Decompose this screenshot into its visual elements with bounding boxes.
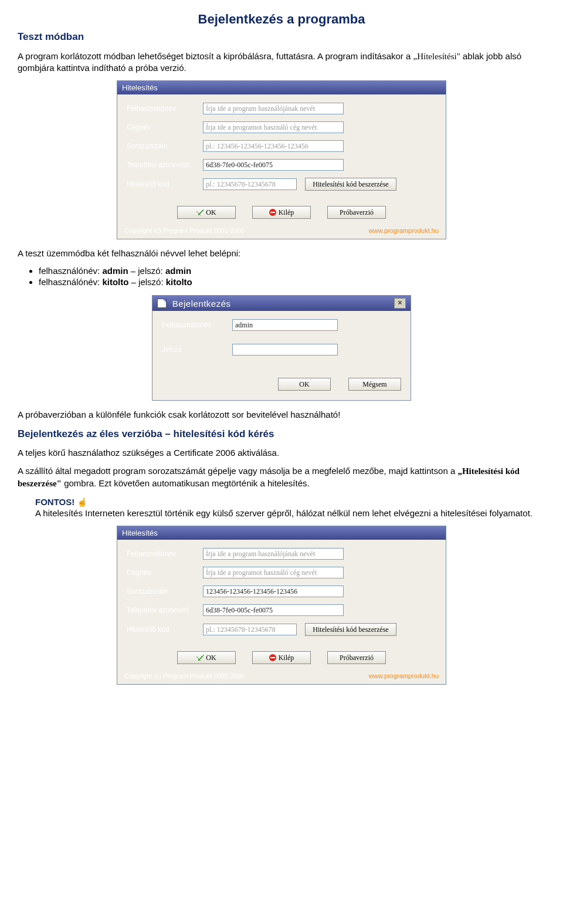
copyright-text: Copyright (c) Program Produkt 2001-2006 [124, 672, 245, 679]
label-company: Cégnév [127, 123, 203, 131]
label-serial: Sorozatszám [127, 142, 203, 150]
users-intro: A teszt üzemmódba két felhasználói névve… [18, 248, 545, 259]
serial-input[interactable]: 123456-123456-123456-123456 [203, 585, 344, 597]
trial-button[interactable]: Próbaverzió [327, 651, 386, 664]
company-input[interactable]: Írja ide a programot használó cég nevét [203, 567, 344, 578]
auth-dialog-1-titlebar: Hitelesítés [117, 81, 446, 94]
vendor-url[interactable]: www.programprodukt.hu [369, 227, 439, 234]
label-company: Cégnév [127, 568, 203, 577]
stop-icon [269, 654, 276, 661]
stop-icon [269, 209, 276, 216]
ok-button-label: OK [206, 208, 216, 217]
login-password-input[interactable] [232, 344, 338, 356]
exit-button-label: Kilép [279, 208, 294, 217]
serial-paragraph: A szállító által megadott program soroza… [18, 465, 545, 489]
exit-button-label: Kilép [279, 654, 294, 662]
label-auth-code: Hitelesítő kód [127, 625, 203, 634]
live-heading: Bejelentkezés az éles verzióba – hiteles… [18, 428, 545, 441]
auth-code-input[interactable]: pl.: 12345678-12345678 [203, 624, 297, 635]
copyright-text: Copyright (c) Program Produkt 2001-2006 [124, 227, 245, 234]
label-username: Felhasználónév [127, 104, 203, 113]
dialog-title: Hitelesítés [122, 83, 158, 92]
check-icon [196, 654, 204, 661]
auth-dialog-1: Hitelesítés Felhasználónév Írja ide a pr… [117, 80, 446, 239]
check-icon [196, 209, 204, 216]
cancel-button[interactable]: Mégsem [348, 378, 401, 391]
label-install-id: Telepítési azonosító [127, 606, 203, 614]
username-input[interactable]: Írja ide a program használójának nevét [203, 103, 344, 114]
label-username: Felhasználónév [162, 321, 232, 329]
document-icon [157, 299, 167, 308]
exit-button[interactable]: Kilép [252, 651, 311, 664]
get-code-button[interactable]: Hitelesítési kód beszerzése [305, 178, 396, 191]
auth-code-input[interactable]: pl.: 12345678-12345678 [203, 178, 297, 190]
label-username: Felhasználónév [127, 550, 203, 558]
trial-button[interactable]: Próbaverzió [327, 206, 386, 219]
login-dialog-titlebar: Bejelentkezés × [152, 296, 411, 311]
label-install-id: Telepítési azonosító [127, 161, 203, 169]
user-credential-1: felhasználónév: admin – jelszó: admin [39, 266, 545, 276]
ok-button[interactable]: OK [278, 378, 331, 391]
ok-button[interactable]: OK [177, 651, 236, 664]
install-id-input[interactable]: 6d38-7fe0-005c-fe0075 [203, 159, 344, 171]
close-icon[interactable]: × [394, 298, 406, 309]
auth-dialog-2-titlebar: Hitelesítés [117, 526, 446, 540]
hand-icon: ☝ [77, 497, 88, 507]
exit-button[interactable]: Kilép [252, 206, 311, 219]
install-id-input[interactable]: 6d38-7fe0-005c-fe0075 [203, 604, 344, 616]
auth-dialog-2: Hitelesítés Felhasználónév Írja ide a pr… [117, 526, 446, 685]
dialog-title: Hitelesítés [122, 529, 158, 537]
intro-cite: „Hitelesítési" [413, 52, 460, 61]
trial-limit-text: A próbaverzióban a különféle funkciók cs… [18, 409, 545, 420]
login-username-input[interactable]: admin [232, 319, 338, 331]
intro-text-a: A program korlátozott módban lehetőséget… [18, 51, 413, 61]
ok-button-label: OK [206, 654, 216, 662]
page-title: Bejelentkezés a programba [18, 12, 545, 27]
label-serial: Sorozatszám [127, 587, 203, 595]
vendor-url[interactable]: www.programprodukt.hu [369, 672, 439, 679]
dialog-title: Bejelentkezés [172, 299, 231, 309]
ok-button[interactable]: OK [177, 206, 236, 219]
login-dialog: Bejelentkezés × Felhasználónév admin Jel… [152, 295, 411, 401]
serial-input[interactable]: pl.: 123456-123456-123456-123456 [203, 140, 344, 152]
label-password: Jelszó [162, 346, 232, 354]
cert-line: A teljes körű használathoz szükséges a C… [18, 447, 545, 458]
get-code-button[interactable]: Hitelesítési kód beszerzése [305, 623, 396, 636]
important-note: FONTOS! ☝ A hitelesítés Interneten keres… [35, 496, 545, 519]
label-auth-code: Hitelesítő kód [127, 180, 203, 188]
company-input[interactable]: Írja ide a programot használó cég nevét [203, 121, 344, 133]
test-mode-heading: Teszt módban [18, 31, 545, 43]
username-input[interactable]: Írja ide a program használójának nevét [203, 548, 344, 560]
intro-paragraph: A program korlátozott módban lehetőséget… [18, 50, 545, 73]
user-credential-2: felhasználónév: kitolto – jelszó: kitolt… [39, 277, 545, 287]
